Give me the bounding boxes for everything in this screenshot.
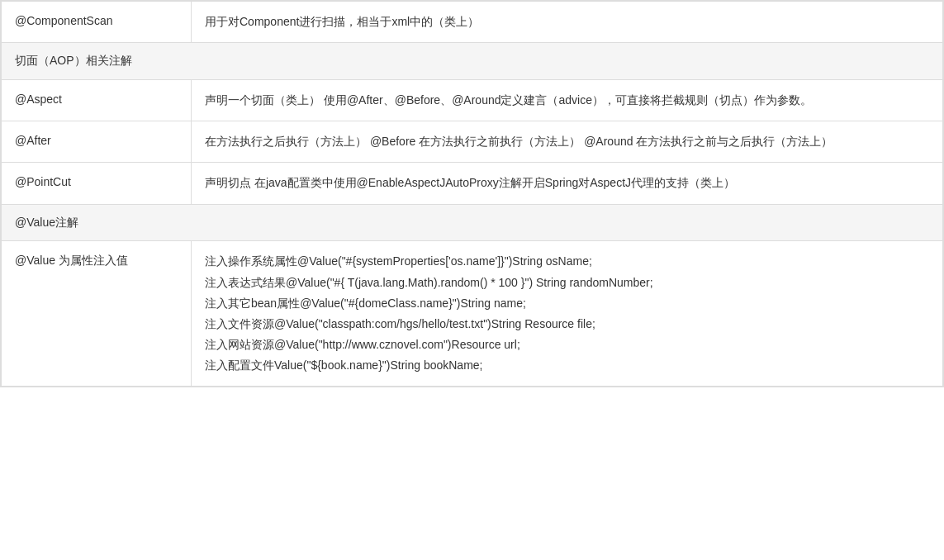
annotation-desc-cell: 在方法执行之后执行（方法上） @Before 在方法执行之前执行（方法上） @A… xyxy=(192,121,943,163)
annotation-desc-cell: 声明切点 在java配置类中使用@EnableAspectJAutoProxy注… xyxy=(192,163,943,204)
annotation-name-cell: @Value 为属性注入值 xyxy=(2,241,192,387)
table-row: @Value 为属性注入值注入操作系统属性@Value("#{systemPro… xyxy=(2,241,943,387)
table-row: @ComponentScan用于对Component进行扫描，相当于xml中的（… xyxy=(2,2,943,43)
section-header: 切面（AOP）相关注解 xyxy=(2,43,943,80)
annotation-desc-cell: 声明一个切面（类上） 使用@After、@Before、@Around定义建言（… xyxy=(192,79,943,121)
annotation-name-cell: @PointCut xyxy=(2,163,192,204)
annotation-desc-cell: 用于对Component进行扫描，相当于xml中的（类上） xyxy=(192,2,943,43)
table-row: @After在方法执行之后执行（方法上） @Before 在方法执行之前执行（方… xyxy=(2,121,943,163)
section-label: @Value注解 xyxy=(2,204,943,241)
annotation-desc-cell: 注入操作系统属性@Value("#{systemProperties['os.n… xyxy=(192,241,943,387)
main-table: @ComponentScan用于对Component进行扫描，相当于xml中的（… xyxy=(0,0,944,387)
table-row: @PointCut声明切点 在java配置类中使用@EnableAspectJA… xyxy=(2,163,943,204)
annotation-name-cell: @Aspect xyxy=(2,79,192,121)
section-header: @Value注解 xyxy=(2,204,943,241)
section-label: 切面（AOP）相关注解 xyxy=(2,43,943,80)
annotation-name-cell: @After xyxy=(2,121,192,163)
annotation-name-cell: @ComponentScan xyxy=(2,2,192,43)
table-row: @Aspect声明一个切面（类上） 使用@After、@Before、@Arou… xyxy=(2,79,943,121)
